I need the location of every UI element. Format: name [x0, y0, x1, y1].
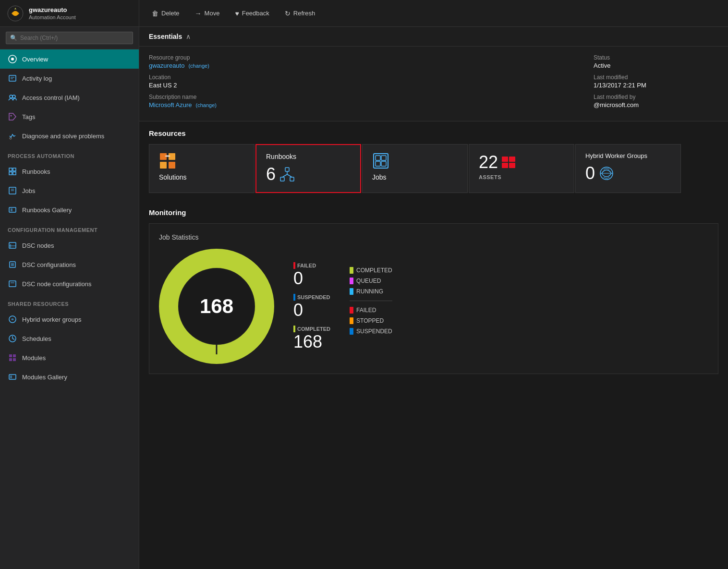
resource-group-value[interactable]: gwazureauto — [149, 62, 184, 69]
sidebar-item-jobs[interactable]: Jobs — [0, 181, 139, 200]
search-box[interactable]: 🔍 — [6, 32, 133, 44]
essentials-collapse-icon[interactable]: ∧ — [186, 33, 191, 40]
sidebar-item-dsc-node-configs-label: DSC node configurations — [22, 280, 92, 288]
subscription-label: Subscription name — [149, 94, 574, 100]
suspended-label: SUSPENDED — [293, 294, 330, 301]
jobs-nav-icon — [8, 186, 17, 195]
legend-suspended-dot — [350, 328, 353, 335]
last-modified-by-field: Last modified by @microsoft.com — [594, 94, 718, 109]
search-input[interactable] — [20, 35, 129, 41]
failed-label-text: FAILED — [297, 263, 316, 268]
sidebar-item-dsc-nodes[interactable]: DSC nodes — [0, 236, 139, 255]
sidebar-item-overview[interactable]: Overview — [0, 49, 139, 69]
failed-label: FAILED — [293, 262, 330, 269]
sidebar-item-modules-label: Modules — [22, 354, 46, 362]
legend-divider — [350, 301, 392, 301]
modules-gallery-icon — [8, 372, 17, 382]
subscription-value[interactable]: Microsoft Azure — [149, 101, 192, 109]
suspended-bar — [293, 294, 295, 301]
svg-rect-36 — [10, 375, 12, 378]
sidebar: gwazureauto Automation Account 🔍 Overvie… — [0, 0, 139, 569]
sidebar-item-dsc-node-configs[interactable]: DSC node configurations — [0, 274, 139, 293]
sidebar-item-runbooks-gallery[interactable]: Runbooks Gallery — [0, 200, 139, 219]
suspended-value: 0 — [293, 302, 330, 319]
sidebar-item-schedules-label: Schedules — [22, 335, 51, 342]
sidebar-item-access-control[interactable]: Access control (IAM) — [0, 88, 139, 107]
svg-rect-52 — [502, 157, 508, 162]
sidebar-item-modules[interactable]: Modules — [0, 348, 139, 367]
feedback-button[interactable]: ♥ Feedback — [232, 8, 272, 19]
solutions-icon — [159, 152, 176, 169]
solutions-card-top — [159, 152, 244, 169]
main-content: 🗑 Delete → Move ♥ Feedback ↻ Refresh Ess… — [139, 0, 728, 569]
completed-label-text: COMPLETED — [297, 326, 330, 332]
assets-icon — [502, 157, 515, 168]
content-area: Essentials ∧ Resource group gwazureauto … — [139, 27, 728, 569]
svg-point-9 — [11, 115, 12, 117]
svg-line-45 — [282, 174, 287, 177]
subscription-change[interactable]: (change) — [196, 102, 217, 108]
sidebar-item-schedules[interactable]: Schedules — [0, 329, 139, 348]
jobs-label: Jobs — [372, 173, 387, 181]
delete-button[interactable]: 🗑 Delete — [149, 8, 182, 19]
runbooks-network-icon — [279, 167, 295, 182]
job-statistics-title: Job Statistics — [159, 233, 708, 241]
completed-value: 168 — [293, 333, 330, 351]
last-modified-field: Last modified 1/13/2017 2:21 PM — [594, 74, 718, 89]
search-container: 🔍 — [0, 27, 139, 49]
move-button[interactable]: → Move — [192, 8, 223, 19]
legend-completed-label: COMPLETED — [356, 267, 392, 274]
hybrid-worker-label: Hybrid Worker Groups — [585, 152, 647, 159]
move-label: Move — [205, 10, 220, 17]
svg-rect-25 — [9, 281, 16, 287]
sidebar-item-runbooks[interactable]: Runbooks — [0, 162, 139, 181]
completed-label: COMPLETED — [293, 326, 330, 332]
legend-suspended-label: SUSPENDED — [356, 328, 392, 335]
sidebar-item-diagnose[interactable]: Diagnose and solve problems — [0, 126, 139, 145]
sidebar-item-hybrid-worker-groups[interactable]: Hybrid worker groups — [0, 310, 139, 329]
legend-stopped-label: STOPPED — [356, 317, 384, 324]
sidebar-item-diagnose-label: Diagnose and solve problems — [22, 133, 104, 140]
legend-completed-dot — [350, 267, 353, 274]
account-name: gwazureauto — [29, 6, 76, 14]
status-label: Status — [594, 54, 718, 61]
svg-rect-48 — [376, 156, 380, 160]
activity-log-icon — [8, 73, 17, 83]
job-stats-inner: 168 FAILED 0 — [159, 249, 708, 364]
assets-count-row: 22 — [479, 152, 515, 172]
resource-group-change[interactable]: (change) — [188, 63, 209, 69]
svg-rect-41 — [285, 168, 289, 171]
runbooks-gallery-icon — [8, 205, 17, 215]
svg-point-7 — [10, 95, 12, 98]
svg-rect-11 — [9, 168, 12, 171]
svg-rect-32 — [13, 354, 16, 357]
account-type: Automation Account — [29, 14, 76, 20]
svg-rect-24 — [11, 263, 14, 266]
subscription-field: Subscription name Microsoft Azure (chang… — [149, 94, 574, 109]
legend-suspended: SUSPENDED — [350, 328, 392, 335]
sidebar-item-modules-gallery[interactable]: Modules Gallery — [0, 367, 139, 387]
resource-card-jobs[interactable]: Jobs — [362, 144, 468, 193]
resource-card-runbooks[interactable]: Runbooks 6 — [255, 144, 361, 193]
svg-rect-31 — [9, 354, 12, 357]
svg-rect-13 — [9, 172, 12, 175]
resource-card-solutions[interactable]: Solutions — [149, 144, 255, 193]
sidebar-item-modules-gallery-label: Modules Gallery — [22, 374, 67, 381]
svg-line-30 — [12, 339, 14, 339]
location-field: Location East US 2 — [149, 74, 574, 89]
resource-card-hybrid[interactable]: Hybrid Worker Groups 0 — [575, 144, 681, 193]
sidebar-item-dsc-configurations[interactable]: DSC configurations — [0, 255, 139, 274]
essentials-header: Essentials ∧ — [139, 27, 728, 47]
jobs-icon — [372, 152, 389, 169]
monitoring-title: Monitoring — [149, 208, 718, 217]
resource-card-assets[interactable]: 22 ASSETS — [469, 144, 574, 193]
sidebar-item-tags-label: Tags — [22, 113, 35, 121]
sidebar-item-overview-label: Overview — [22, 56, 48, 63]
sidebar-item-jobs-label: Jobs — [22, 187, 35, 194]
sidebar-item-activity-log[interactable]: Activity log — [0, 69, 139, 88]
sidebar-item-tags[interactable]: Tags — [0, 107, 139, 126]
stat-completed: COMPLETED 168 — [293, 326, 330, 351]
legend-running-label: RUNNING — [356, 288, 383, 295]
donut-chart: 168 — [159, 249, 274, 364]
refresh-button[interactable]: ↻ Refresh — [282, 8, 318, 19]
